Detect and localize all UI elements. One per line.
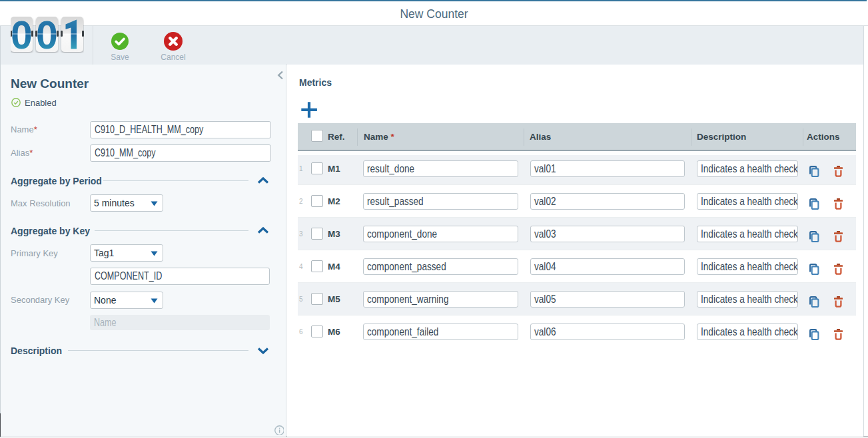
svg-text:0: 0: [11, 17, 33, 53]
svg-text:0: 0: [36, 17, 58, 53]
